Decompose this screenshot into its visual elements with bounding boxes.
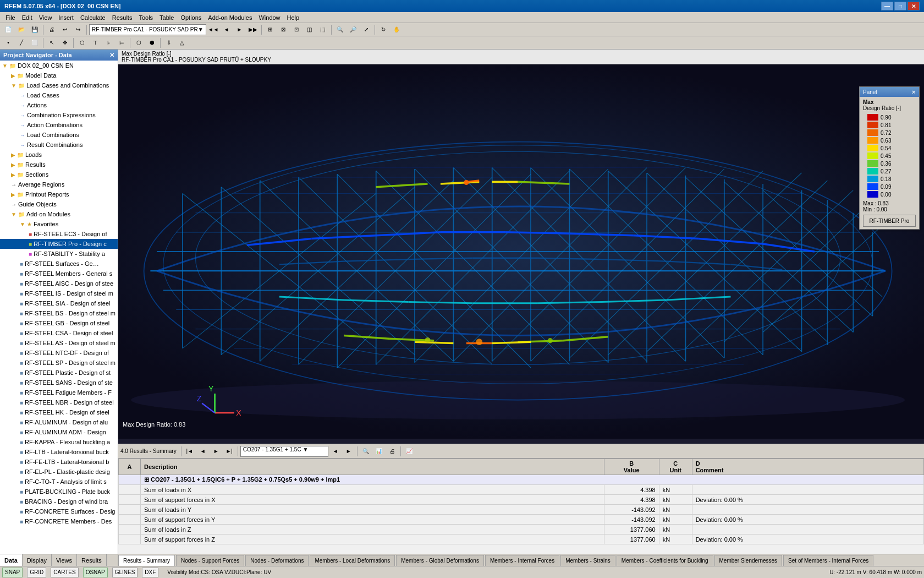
- tree-loads[interactable]: ▶ 📁 Loads: [0, 150, 118, 160]
- tree-results[interactable]: ▶ 📁 Results: [0, 160, 118, 170]
- tb-rotate[interactable]: ↻: [377, 24, 389, 35]
- tree-rf-steel-csa[interactable]: ■ RF-STEEL CSA - Design of steel: [0, 328, 118, 338]
- results-nav-prev[interactable]: ◄: [197, 446, 209, 457]
- tree-rf-steel-hk[interactable]: ■ RF-STEEL HK - Design of steel: [0, 407, 118, 417]
- tb-zoom-out[interactable]: 🔎: [347, 24, 359, 35]
- tb-print[interactable]: 🖨: [46, 24, 58, 35]
- tree-sections[interactable]: ▶ 📁 Sections: [0, 170, 118, 179]
- tree-plate-buckling[interactable]: ■ PLATE-BUCKLING - Plate buck: [0, 487, 118, 497]
- tree-rf-steel-aisc[interactable]: ■ RF-STEEL AISC - Design of stee: [0, 279, 118, 288]
- tb-pan[interactable]: ✋: [391, 24, 403, 35]
- btab-members-strains[interactable]: Members - Strains: [560, 555, 615, 566]
- tb2-select[interactable]: ↖: [46, 37, 58, 48]
- tree-rf-timber-pro[interactable]: ■ RF-TIMBER Pro - Design c: [0, 239, 118, 249]
- tb-btn-b[interactable]: ⊠: [277, 24, 289, 35]
- tb-redo[interactable]: ↪: [72, 24, 84, 35]
- tree-load-combinations[interactable]: → Load Combinations: [0, 130, 118, 140]
- tree-model-data[interactable]: ▶ 📁 Model Data: [0, 70, 118, 80]
- tree-rf-concrete-surfaces[interactable]: ■ RF-CONCRETE Surfaces - Desig: [0, 506, 118, 516]
- results-chart[interactable]: 📈: [403, 446, 415, 457]
- tree-rf-steel-fatigue[interactable]: ■ RF-STEEL Fatigue Members - F: [0, 388, 118, 397]
- tree-rf-steel-surfaces[interactable]: ■ RF-STEEL Surfaces - General st: [0, 259, 118, 269]
- menu-tools[interactable]: Tools: [135, 13, 156, 22]
- results-print[interactable]: 🖨: [386, 446, 398, 457]
- tree-rf-fe-ltb[interactable]: ■ RF-FE-LTB - Lateral-torsional b: [0, 457, 118, 467]
- menu-help[interactable]: Help: [284, 13, 303, 22]
- tb2-member[interactable]: ╱: [15, 37, 28, 48]
- tree-rf-steel-ec3[interactable]: ■ RF-STEEL EC3 - Design of: [0, 229, 118, 239]
- panel-close[interactable]: ✕: [911, 89, 916, 95]
- tree-root[interactable]: ▼ 📁 DOX 02_00 CSN EN: [0, 61, 118, 70]
- tree-comb-expressions[interactable]: → Combination Expressions: [0, 110, 118, 120]
- tree-rf-steel-bs[interactable]: ■ RF-STEEL BS - Design of steel m: [0, 308, 118, 318]
- tb-btn-c[interactable]: ⊡: [290, 24, 302, 35]
- tb-undo[interactable]: ↩: [59, 24, 71, 35]
- btab-members-global[interactable]: Members - Global Deformations: [396, 555, 484, 566]
- nav-tab-display[interactable]: Display: [23, 554, 52, 566]
- tree-addon-modules[interactable]: ▼ 📁 Add-on Modules: [0, 209, 118, 219]
- rf-timber-pro-btn[interactable]: RF-TIMBER Pro: [863, 215, 916, 227]
- tb2-front[interactable]: ⊧: [102, 37, 114, 48]
- btab-members-local[interactable]: Members - Local Deformations: [310, 555, 395, 566]
- menu-insert[interactable]: Insert: [55, 13, 77, 22]
- status-grid[interactable]: GRID: [27, 568, 46, 577]
- nav-close-btn[interactable]: ✕: [109, 52, 114, 59]
- tree-load-cases[interactable]: → Load Cases: [0, 90, 118, 100]
- tree-result-combinations[interactable]: → Result Combinations: [0, 140, 118, 150]
- btab-set-members[interactable]: Set of Members - Internal Forces: [783, 555, 873, 566]
- tree-rf-steel-as[interactable]: ■ RF-STEEL AS - Design of steel m: [0, 338, 118, 348]
- status-snap[interactable]: SNAP: [2, 568, 23, 577]
- tree-rf-steel-plastic[interactable]: ■ RF-STEEL Plastic - Design of st: [0, 368, 118, 378]
- status-dxf[interactable]: DXF: [142, 568, 158, 577]
- tb2-solid[interactable]: ⬢: [146, 37, 158, 48]
- tree-rf-steel-sia[interactable]: ■ RF-STEEL SIA - Design of steel: [0, 298, 118, 308]
- tree-action-combinations[interactable]: → Action Combinations: [0, 120, 118, 130]
- tree-rf-aluminum[interactable]: ■ RF-ALUMINUM - Design of alu: [0, 417, 118, 427]
- tb-zoom-in[interactable]: 🔍: [334, 24, 346, 35]
- status-glines[interactable]: GLINES: [112, 568, 138, 577]
- btab-results-summary[interactable]: Results - Summary: [118, 555, 175, 566]
- tree-rf-concrete-members[interactable]: ■ RF-CONCRETE Members - Des: [0, 516, 118, 526]
- tb-nav-prev[interactable]: ◄: [221, 24, 233, 35]
- menu-file[interactable]: File: [2, 13, 19, 22]
- results-nav-next[interactable]: ►: [210, 446, 222, 457]
- tb-btn-d[interactable]: ◫: [304, 24, 316, 35]
- tb-btn-a[interactable]: ⊞: [264, 24, 276, 35]
- status-osnap[interactable]: OSNAP: [83, 568, 108, 577]
- results-combo-prev[interactable]: ◄: [329, 446, 342, 457]
- tb-nav-prev-prev[interactable]: ◄◄: [207, 24, 219, 35]
- tree-rf-steel-gb[interactable]: ■ RF-STEEL GB - Design of steel: [0, 318, 118, 328]
- tree-avg-regions[interactable]: → Average Regions: [0, 179, 118, 189]
- btab-nodes-deform[interactable]: Nodes - Deformations: [245, 555, 309, 566]
- status-cartes[interactable]: CARTES: [51, 568, 78, 577]
- btab-members-buckling[interactable]: Members - Coefficients for Buckling: [617, 555, 713, 566]
- close-btn[interactable]: ✕: [908, 2, 920, 10]
- tb-btn-e[interactable]: ⬚: [317, 24, 329, 35]
- tb2-move[interactable]: ✥: [59, 37, 71, 48]
- tree-rf-steel-members[interactable]: ■ RF-STEEL Members - General s: [0, 269, 118, 279]
- menu-addon[interactable]: Add-on Modules: [205, 13, 255, 22]
- nav-tab-data[interactable]: Data: [0, 554, 23, 566]
- btab-members-internal[interactable]: Members - Internal Forces: [485, 555, 559, 566]
- tree-rf-stability[interactable]: ■ RF-STABILITY - Stability a: [0, 249, 118, 259]
- tb-open[interactable]: 📂: [15, 24, 28, 35]
- results-export[interactable]: 📊: [373, 446, 385, 457]
- tree-printout[interactable]: ▶ 📁 Printout Reports: [0, 189, 118, 199]
- tb2-node[interactable]: •: [2, 37, 14, 48]
- menu-calculate[interactable]: Calculate: [77, 13, 109, 22]
- btab-nodes-support[interactable]: Nodes - Support Forces: [176, 555, 244, 566]
- results-nav-last[interactable]: ►|: [223, 446, 235, 457]
- tree-actions[interactable]: → Actions: [0, 100, 118, 110]
- menu-options[interactable]: Options: [177, 13, 205, 22]
- combo-selector[interactable]: CO207 - 1.35G1 + 1.5C ▼: [240, 446, 328, 457]
- tree-rf-c-to-t[interactable]: ■ RF-C-TO-T - Analysis of limit s: [0, 477, 118, 487]
- tree-rf-aluminum-adm[interactable]: ■ RF-ALUMINUM ADM - Design: [0, 427, 118, 437]
- maximize-btn[interactable]: □: [894, 2, 906, 10]
- tree-rf-steel-sp[interactable]: ■ RF-STEEL SP - Design of steel m: [0, 358, 118, 368]
- tree-bracing[interactable]: ■ BRACING - Design of wind bra: [0, 497, 118, 506]
- tree-load-cases-comb[interactable]: ▼ 📁 Load Cases and Combinations: [0, 80, 118, 90]
- tb2-top[interactable]: ⊤: [89, 37, 101, 48]
- tree-rf-steel-sans[interactable]: ■ RF-STEEL SANS - Design of ste: [0, 378, 118, 388]
- tree-rf-el-pl[interactable]: ■ RF-EL-PL - Elastic-plastic desig: [0, 467, 118, 477]
- tb2-wire[interactable]: ⬡: [133, 37, 145, 48]
